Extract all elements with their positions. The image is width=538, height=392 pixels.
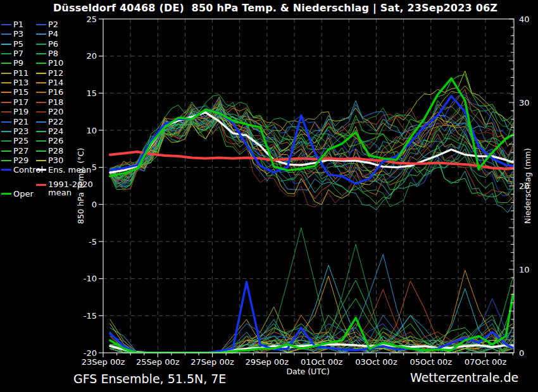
x-tick-label-48: 25Sep 00z	[136, 357, 180, 367]
right-tick-label-10: 10	[519, 265, 530, 274]
footer-model-info: GFS Ensemble, 51.5N, 7E	[73, 372, 226, 386]
legend-item-p29-label: P29	[13, 156, 28, 165]
legend-item-p14-swatch	[36, 82, 46, 83]
legend-item-p9-label: P9	[13, 58, 23, 68]
x-tick-label-192: 01Oct 00z	[301, 357, 343, 367]
legend-item-p30-swatch	[36, 160, 46, 161]
left-tick-label--15: -15	[84, 311, 97, 321]
legend-item-p28-swatch	[36, 150, 46, 152]
legend-item-p26-label: P26	[48, 136, 63, 145]
legend-item-p4-swatch	[36, 34, 46, 35]
x-tick-label-96: 27Sep 00z	[191, 357, 234, 367]
legend-item-p30-label: P30	[48, 156, 63, 165]
x-tick-label-144: 29Sep 00z	[246, 357, 289, 367]
x-tick-label-336: 07Oct 00z	[465, 357, 507, 367]
legend-item-p13-label: P13	[13, 78, 28, 87]
x-axis-label: Date (UTC)	[286, 367, 329, 376]
right-tick-label-30: 30	[519, 98, 530, 107]
legend-item-p17-swatch	[1, 102, 11, 103]
legend-item-p10-label: P10	[48, 58, 63, 68]
legend-item-p10-swatch	[36, 63, 46, 64]
legend-item-p24-label: P24	[48, 126, 63, 136]
legend-item-p20-label: P20	[48, 107, 63, 116]
meteogram-page: Düsseldorf 40468 (DE) 850 hPa Temp. & Ni…	[0, 0, 538, 392]
legend-item-p25-label: P25	[13, 136, 28, 145]
legend-item-p15-label: P15	[13, 87, 28, 97]
right-tick-label-40: 40	[519, 15, 530, 24]
legend-item-p21-swatch	[1, 121, 11, 123]
legend-item-p22-swatch	[36, 121, 46, 123]
legend-item-p11-swatch	[1, 73, 11, 74]
footer-site: Wetterzentrale.de	[410, 371, 518, 384]
legend-item-p7-swatch	[1, 53, 11, 54]
legend-item-p13-swatch	[1, 82, 11, 83]
legend-item-p14-label: P14	[48, 78, 63, 87]
series-P13-temp	[110, 97, 513, 177]
legend-item-p23-swatch	[1, 131, 11, 132]
legend-item-control-swatch	[1, 169, 11, 171]
legend-item-p1-swatch	[1, 24, 11, 25]
legend-item-p16-label: P16	[48, 87, 63, 97]
x-tick-label-0: 23Sep 00z	[82, 357, 125, 367]
legend-item-p5-swatch	[1, 44, 11, 45]
legend-item-p16-swatch	[36, 92, 46, 93]
legend-item-p25-swatch	[1, 140, 11, 142]
legend-item-p9-swatch	[1, 63, 11, 64]
ensemble-legend: P1P2P3P4P5P6P7P8P9P10P11P12P13P14P15P16P…	[0, 0, 104, 209]
legend-item-p7-label: P7	[13, 49, 23, 58]
legend-item-oper-label: Oper	[13, 189, 34, 199]
legend-item-p8-swatch	[36, 53, 46, 54]
legend-item-p12-label: P12	[48, 68, 63, 78]
legend-item-p12-swatch	[36, 73, 46, 74]
plot-frame	[103, 19, 514, 353]
legend-item-p20-swatch	[36, 111, 46, 113]
legend-item-ens-mean-swatch	[36, 169, 46, 171]
legend-item-oper-swatch	[1, 193, 11, 195]
series-P9-temp	[110, 119, 513, 202]
legend-item-p26-swatch	[36, 140, 46, 142]
legend-item-climate-mean-label: 1991-2020 mean	[48, 180, 101, 197]
legend-item-p2-swatch	[36, 24, 46, 25]
legend-item-p21-label: P21	[13, 117, 28, 126]
legend-item-p1-label: P1	[13, 20, 23, 29]
series-Control-precip	[110, 282, 513, 353]
legend-item-p22-label: P22	[48, 117, 63, 126]
legend-item-p19-label: P19	[13, 107, 28, 116]
legend-item-p2-label: P2	[48, 20, 58, 29]
left-tick-label--20: -20	[84, 348, 97, 358]
legend-item-p24-swatch	[36, 131, 46, 132]
legend-item-p28-label: P28	[48, 146, 63, 156]
legend-item-p27-swatch	[1, 150, 11, 152]
legend-item-p27-label: P27	[13, 146, 28, 156]
legend-item-p8-label: P8	[48, 49, 58, 58]
legend-item-p17-label: P17	[13, 97, 28, 107]
legend-item-p4-label: P4	[48, 29, 58, 39]
legend-item-p18-label: P18	[48, 97, 63, 107]
left-tick-label--10: -10	[84, 274, 97, 283]
legend-item-p6-swatch	[36, 44, 46, 45]
legend-item-p15-swatch	[1, 92, 11, 93]
x-tick-label-240: 03Oct 00z	[355, 357, 397, 367]
legend-item-p3-swatch	[1, 34, 11, 35]
left-tick-label--5: -5	[89, 237, 97, 247]
legend-item-p3-label: P3	[13, 29, 23, 39]
legend-item-p18-swatch	[36, 102, 46, 103]
legend-item-p19-swatch	[1, 111, 11, 113]
legend-item-p11-label: P11	[13, 68, 28, 78]
legend-item-p23-label: P23	[13, 126, 28, 136]
y-axis-label-right: Niederschlag (mm)	[523, 148, 532, 224]
x-tick-label-288: 05Oct 00z	[410, 357, 452, 367]
right-tick-label-0: 0	[519, 348, 524, 358]
legend-item-climate-mean-swatch	[36, 184, 46, 186]
legend-item-p6-label: P6	[48, 39, 58, 49]
legend-item-p29-swatch	[1, 160, 11, 161]
legend-item-p5-label: P5	[13, 39, 23, 49]
legend-item-ens-mean-label: Ens. mean	[48, 165, 91, 175]
